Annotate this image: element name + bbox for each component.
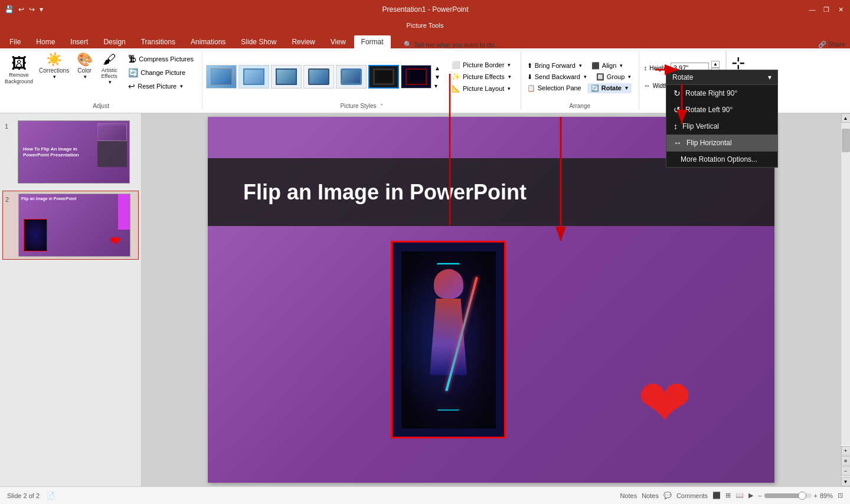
group-btn[interactable]: 🔲 Group ▾ <box>593 72 635 82</box>
slide-2-bar <box>118 194 130 230</box>
restore-btn[interactable]: ❐ <box>822 5 831 14</box>
style-thumb-1[interactable] <box>206 65 237 89</box>
slide-icon[interactable]: 📄 <box>47 492 55 499</box>
minimize-btn[interactable]: — <box>808 5 817 14</box>
slide-2-thumb: Flip an Image in PowerPoint ❤ <box>18 194 130 257</box>
title-bar: 💾 ↩ ↪ ▾ Presentation1 - PowerPoint — ❐ ✕ <box>0 0 850 19</box>
rotate-dropdown: Rotate ▾ ↻ Rotate Right 90° ↺ Rotate Lef… <box>666 70 778 168</box>
tab-insert[interactable]: Insert <box>63 35 95 48</box>
redo-icon[interactable]: ↪ <box>29 5 35 14</box>
flip-horizontal-item[interactable]: ↔ Flip Horizontal <box>666 135 777 151</box>
picture-effects-btn[interactable]: ✨ Picture Effects ▾ <box>448 71 515 82</box>
view-reading-btn[interactable]: 📖 <box>735 492 744 499</box>
slide-thumb-1[interactable]: 1 How To Flip An Image in PowerPoint Pre… <box>2 118 139 186</box>
slide-2-heart: ❤ <box>110 234 120 249</box>
align-btn[interactable]: ⬛ Align ▾ <box>588 61 626 71</box>
scroll-down-btn[interactable]: ▼ <box>841 477 851 486</box>
slide-main-title: Flip an Image in PowerPoint <box>243 180 527 205</box>
width-label: ↔ <box>644 82 650 89</box>
tab-transitions[interactable]: Transitions <box>134 35 182 48</box>
style-thumb-2[interactable] <box>238 65 269 89</box>
tab-design[interactable]: Design <box>96 35 132 48</box>
tab-home[interactable]: Home <box>29 35 62 48</box>
rotate-right-label: Rotate Right 90° <box>685 89 737 97</box>
slideshow-btn[interactable]: ▶ <box>748 492 753 499</box>
picture-styles-expand[interactable]: ⌝ <box>380 103 382 109</box>
slide-2-title: Flip an Image in PowerPoint <box>19 194 130 203</box>
scroll-zoom-out[interactable]: − <box>841 466 851 476</box>
selection-pane-btn[interactable]: 📋 Selection Pane <box>524 83 585 93</box>
picture-layout-btn[interactable]: 📐 Picture Layout ▾ <box>448 83 515 94</box>
tab-slideshow[interactable]: Slide Show <box>234 35 283 48</box>
slide-1-thumb: How To Flip An Image in PowerPoint Prese… <box>18 120 130 184</box>
rotate-header-arrow: ▾ <box>768 73 771 81</box>
artistic-effects-btn[interactable]: 🖌 ArtisticEffects ▾ <box>97 52 121 86</box>
picture-tools-bar: Picture Tools <box>0 19 850 32</box>
rotate-dropdown-header[interactable]: Rotate ▾ <box>666 70 777 85</box>
slide-info: Slide 2 of 2 <box>7 492 40 499</box>
rotate-btn[interactable]: 🔄 Rotate ▾ <box>587 83 632 93</box>
slide-thumb-2[interactable]: 2 Flip an Image in PowerPoint ❤ <box>2 191 139 260</box>
scroll-zoom-in[interactable]: + <box>841 446 851 456</box>
compress-pictures-btn[interactable]: 🗜Compress Pictures <box>125 53 197 65</box>
slide-canvas-area: Flip an Image in PowerPoint ❤ <box>142 113 841 486</box>
notes-btn[interactable]: Notes <box>620 492 637 499</box>
send-backward-btn[interactable]: ⬇ Send Backward ▾ <box>524 72 590 82</box>
undo-icon[interactable]: ↩ <box>18 5 24 14</box>
slide-1-title: How To Flip An Image in PowerPoint Prese… <box>23 146 82 158</box>
rotate-right-item[interactable]: ↻ Rotate Right 90° <box>666 85 777 102</box>
tell-me-box[interactable]: 🔍 Tell me what you want to do... <box>392 41 817 48</box>
style-thumb-5[interactable] <box>336 65 367 89</box>
height-label: ↕ <box>644 64 648 71</box>
rotate-left-label: Rotate Left 90° <box>685 106 733 114</box>
close-btn[interactable]: ✕ <box>836 5 845 14</box>
bring-forward-btn[interactable]: ⬆ Bring Forward ▾ <box>524 61 586 71</box>
zoom-out-icon[interactable]: − <box>758 492 761 499</box>
zoom-in-icon[interactable]: + <box>814 492 818 499</box>
slide-canvas[interactable]: Flip an Image in PowerPoint ❤ <box>208 117 774 483</box>
arrange-group-label: Arrange <box>524 102 636 109</box>
tab-file[interactable]: File <box>2 35 28 48</box>
more-rotation-item[interactable]: More Rotation Options... <box>666 151 777 167</box>
tab-animations[interactable]: Animations <box>184 35 233 48</box>
tab-view[interactable]: View <box>323 35 353 48</box>
flip-vertical-icon: ↕ <box>674 122 678 131</box>
picture-border-btn[interactable]: ⬜ Picture Border ▾ <box>448 60 515 70</box>
adjust-group-label: Adjust <box>2 102 200 109</box>
title-bar-left: 💾 ↩ ↪ ▾ <box>5 5 43 14</box>
save-icon[interactable]: 💾 <box>5 5 14 14</box>
comments-icon: 💬 <box>663 492 672 499</box>
more-rotation-label: More Rotation Options... <box>681 155 757 163</box>
reset-picture-btn[interactable]: ↩Reset Picture ▾ <box>125 80 197 92</box>
height-up-btn[interactable]: ▲ <box>711 61 720 68</box>
share-btn[interactable]: 🔗 Share <box>818 41 850 48</box>
slides-panel: 1 How To Flip An Image in PowerPoint Pre… <box>0 113 142 486</box>
slide-header-band: Flip an Image in PowerPoint <box>208 158 774 226</box>
corrections-btn[interactable]: ☀️ Corrections ▾ <box>37 52 71 81</box>
zoom-scroll-btns: + ≡ − <box>841 445 851 477</box>
notes-label: Notes <box>642 492 659 499</box>
comments-label[interactable]: Comments <box>676 492 708 499</box>
style-thumb-7[interactable] <box>401 65 431 89</box>
scroll-up-btn[interactable]: ▲ <box>841 113 851 123</box>
slide-image-inner <box>393 243 504 437</box>
color-btn[interactable]: 🎨 Color ▾ <box>73 52 96 81</box>
scroll-mid[interactable]: ≡ <box>841 456 851 466</box>
remove-background-btn[interactable]: 🖼 RemoveBackground <box>2 52 35 86</box>
right-scrollbar[interactable]: ▲ + ≡ − ▼ <box>841 113 850 486</box>
slide-image-frame[interactable] <box>391 241 506 438</box>
fit-icon[interactable]: ⊡ <box>838 492 843 499</box>
zoom-slider[interactable] <box>764 493 812 498</box>
change-picture-btn[interactable]: 🔄Change Picture <box>125 67 197 78</box>
view-normal-btn[interactable]: ⬛ <box>712 492 721 499</box>
scroll-track[interactable] <box>841 123 850 445</box>
style-thumb-4[interactable] <box>303 65 334 89</box>
style-thumb-6[interactable] <box>368 65 399 89</box>
tab-format[interactable]: Format <box>354 35 391 48</box>
status-left: Slide 2 of 2 📄 <box>7 492 55 499</box>
rotate-left-item[interactable]: ↺ Rotate Left 90° <box>666 102 777 118</box>
view-slide-sorter-btn[interactable]: ⊞ <box>725 492 731 499</box>
flip-vertical-item[interactable]: ↕ Flip Vertical <box>666 118 777 135</box>
style-thumb-3[interactable] <box>271 65 302 89</box>
tab-review[interactable]: Review <box>285 35 322 48</box>
